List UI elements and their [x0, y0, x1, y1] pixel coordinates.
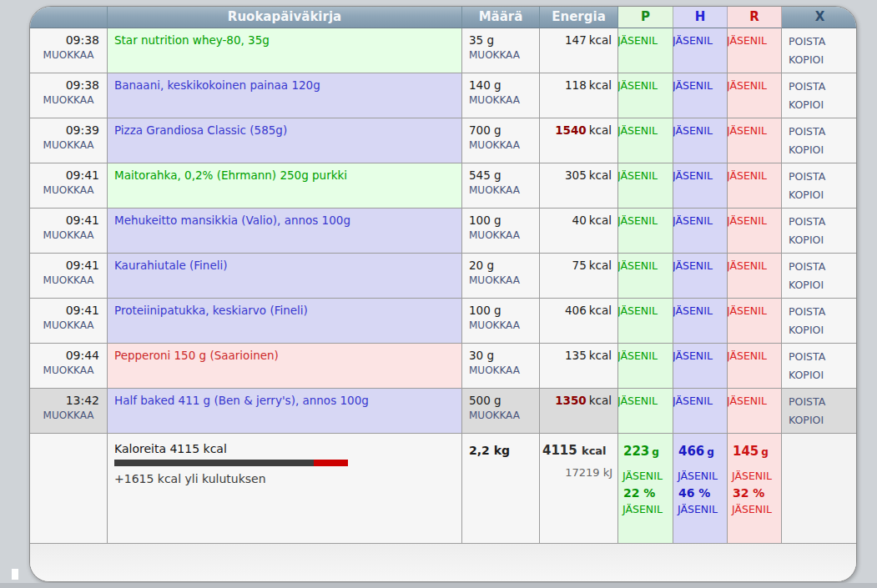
- food-cell: Half baked 411 g (Ben & jerry's), annos …: [108, 389, 462, 434]
- copy-link[interactable]: KOPIOI: [789, 96, 857, 114]
- delete-link[interactable]: POISTA: [789, 123, 857, 141]
- members-only-link[interactable]: JÄSENIL: [673, 118, 727, 137]
- delete-link[interactable]: POISTA: [789, 348, 857, 366]
- members-only-link[interactable]: JÄSENIL: [728, 118, 781, 137]
- members-only-link[interactable]: JÄSENIL: [728, 254, 781, 272]
- edit-link[interactable]: MUOKKAA: [30, 94, 107, 106]
- delete-link[interactable]: POISTA: [789, 213, 857, 231]
- row-time: 09:38: [30, 33, 107, 47]
- energy-value: 1350: [555, 394, 587, 407]
- amount-value: 100 g: [469, 304, 539, 317]
- row-time: 09:38: [30, 78, 107, 92]
- copy-link[interactable]: KOPIOI: [789, 411, 857, 430]
- members-only-link[interactable]: JÄSENIL: [618, 299, 673, 317]
- time-cell: 09:38 MUOKKAA: [30, 73, 108, 118]
- members-only-link[interactable]: JÄSENIL: [732, 459, 781, 482]
- protein-total: 223g: [623, 444, 673, 459]
- food-cell: Pizza Grandiosa Classic (585g): [108, 118, 462, 163]
- edit-link[interactable]: MUOKKAA: [469, 319, 539, 331]
- copy-link[interactable]: KOPIOI: [789, 231, 857, 249]
- energy-value: 75: [572, 259, 587, 272]
- members-only-link[interactable]: JÄSENIL: [728, 389, 781, 407]
- edit-link[interactable]: MUOKKAA: [30, 139, 107, 151]
- carb-cell: JÄSENIL: [673, 73, 728, 118]
- members-only-link[interactable]: JÄSENIL: [673, 163, 727, 182]
- carb-cell: JÄSENIL: [673, 209, 728, 254]
- edit-link[interactable]: MUOKKAA: [469, 139, 539, 151]
- energy-unit: kcal: [589, 33, 612, 47]
- members-only-link[interactable]: JÄSENIL: [678, 459, 727, 482]
- members-only-link[interactable]: JÄSENIL: [728, 299, 781, 317]
- members-only-link[interactable]: JÄSENIL: [732, 500, 781, 515]
- members-only-link[interactable]: JÄSENIL: [673, 73, 727, 92]
- delete-link[interactable]: POISTA: [789, 393, 857, 411]
- copy-link[interactable]: KOPIOI: [789, 186, 857, 204]
- delete-link[interactable]: POISTA: [789, 303, 857, 321]
- members-only-link[interactable]: JÄSENIL: [618, 389, 673, 407]
- edit-link[interactable]: MUOKKAA: [30, 184, 107, 196]
- members-only-link[interactable]: JÄSENIL: [618, 28, 673, 47]
- summary-actions-cell: [782, 434, 857, 544]
- summary-calories-cell: Kaloreita 4115 kcal +1615 kcal yli kulut…: [108, 434, 462, 544]
- delete-link[interactable]: POISTA: [789, 33, 857, 51]
- protein-cell: JÄSENIL: [618, 73, 673, 118]
- amount-cell: 100 g MUOKKAA: [462, 299, 540, 344]
- delete-link[interactable]: POISTA: [789, 258, 857, 276]
- members-only-link[interactable]: JÄSENIL: [728, 73, 781, 92]
- edit-link[interactable]: MUOKKAA: [469, 94, 539, 106]
- members-only-link[interactable]: JÄSENIL: [618, 73, 673, 92]
- members-only-link[interactable]: JÄSENIL: [673, 209, 727, 227]
- members-only-link[interactable]: JÄSENIL: [728, 209, 781, 227]
- edit-link[interactable]: MUOKKAA: [469, 229, 539, 241]
- amount-value: 700 g: [469, 123, 539, 137]
- amount-value: 545 g: [469, 168, 539, 182]
- edit-link[interactable]: MUOKKAA: [30, 49, 107, 61]
- time-cell: 09:44 MUOKKAA: [30, 344, 108, 389]
- members-only-link[interactable]: JÄSENIL: [673, 299, 727, 317]
- members-only-link[interactable]: JÄSENIL: [673, 28, 727, 47]
- copy-link[interactable]: KOPIOI: [789, 141, 857, 159]
- members-only-link[interactable]: JÄSENIL: [618, 254, 673, 272]
- edit-link[interactable]: MUOKKAA: [469, 184, 539, 196]
- carb-cell: JÄSENIL: [673, 118, 728, 163]
- members-only-link[interactable]: JÄSENIL: [618, 118, 673, 137]
- edit-link[interactable]: MUOKKAA: [469, 49, 539, 61]
- row-actions-cell: POISTA KOPIOI: [782, 118, 857, 163]
- copy-link[interactable]: KOPIOI: [789, 276, 857, 294]
- food-name: Pepperoni 150 g (Saarioinen): [114, 349, 279, 362]
- carb-cell: JÄSENIL: [673, 344, 728, 389]
- members-only-link[interactable]: JÄSENIL: [728, 163, 781, 182]
- amount-cell: 140 g MUOKKAA: [462, 73, 540, 118]
- members-only-link[interactable]: JÄSENIL: [673, 389, 727, 407]
- members-only-link[interactable]: JÄSENIL: [673, 344, 727, 362]
- members-only-link[interactable]: JÄSENIL: [728, 344, 781, 362]
- members-only-link[interactable]: JÄSENIL: [622, 500, 673, 515]
- copy-link[interactable]: KOPIOI: [789, 51, 857, 69]
- members-only-link[interactable]: JÄSENIL: [618, 163, 673, 182]
- protein-cell: JÄSENIL: [618, 163, 673, 209]
- table-body: 09:38 MUOKKAA Star nutrition whey-80, 35…: [30, 28, 856, 434]
- calorie-balance-label: +1615 kcal yli kulutuksen: [114, 472, 455, 485]
- edit-link[interactable]: MUOKKAA: [30, 274, 107, 286]
- edit-link[interactable]: MUOKKAA: [469, 364, 539, 376]
- time-cell: 09:39 MUOKKAA: [30, 118, 108, 163]
- members-only-link[interactable]: JÄSENIL: [618, 209, 673, 227]
- members-only-link[interactable]: JÄSENIL: [728, 28, 781, 47]
- edit-link[interactable]: MUOKKAA: [30, 319, 107, 331]
- members-only-link[interactable]: JÄSENIL: [618, 344, 673, 362]
- edit-link[interactable]: MUOKKAA: [469, 410, 539, 421]
- energy-value: 305: [565, 168, 587, 182]
- members-only-link[interactable]: JÄSENIL: [673, 254, 727, 272]
- delete-link[interactable]: POISTA: [789, 168, 857, 186]
- amount-value: 35 g: [469, 33, 539, 47]
- copy-link[interactable]: KOPIOI: [789, 321, 857, 339]
- delete-link[interactable]: POISTA: [789, 78, 857, 96]
- members-only-link[interactable]: JÄSENIL: [678, 500, 727, 515]
- edit-link[interactable]: MUOKKAA: [30, 229, 107, 241]
- members-only-link[interactable]: JÄSENIL: [622, 459, 673, 482]
- row-actions-cell: POISTA KOPIOI: [782, 28, 857, 73]
- edit-link[interactable]: MUOKKAA: [30, 364, 107, 376]
- copy-link[interactable]: KOPIOI: [789, 366, 857, 384]
- edit-link[interactable]: MUOKKAA: [469, 274, 539, 286]
- edit-link[interactable]: MUOKKAA: [30, 410, 107, 421]
